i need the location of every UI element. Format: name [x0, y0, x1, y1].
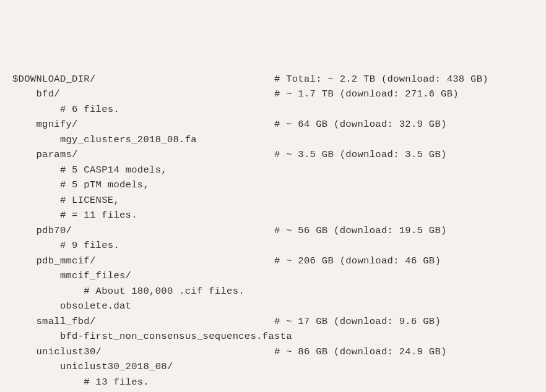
directory-tree-listing: $DOWNLOAD_DIR/ # Total: ~ 2.2 TB (downlo…: [12, 72, 534, 392]
tree-line: # 5 CASP14 models,: [12, 163, 534, 177]
tree-line: params/ # ~ 3.5 GB (download: 3.5 GB): [12, 147, 534, 162]
tree-line: uniref90/ # ~ 58 GB (download: 29.7 GB): [12, 390, 534, 392]
tree-line: pdb70/ # ~ 56 GB (download: 19.5 GB): [12, 223, 534, 238]
tree-line: uniclust30/ # ~ 86 GB (download: 24.9 GB…: [12, 344, 534, 359]
tree-line: # About 180,000 .cif files.: [12, 284, 534, 299]
tree-line: pdb_mmcif/ # ~ 206 GB (download: 46 GB): [12, 254, 534, 268]
tree-line: $DOWNLOAD_DIR/ # Total: ~ 2.2 TB (downlo…: [12, 72, 534, 87]
tree-line: bfd-first_non_consensus_sequences.fasta: [12, 329, 534, 344]
tree-line: # LICENSE,: [12, 193, 534, 208]
tree-line: # 13 files.: [12, 375, 534, 390]
tree-line: bfd/ # ~ 1.7 TB (download: 271.6 GB): [12, 87, 534, 101]
tree-line: mgy_clusters_2018_08.fa: [12, 132, 534, 147]
tree-line: obsolete.dat: [12, 299, 534, 313]
tree-line: # 6 files.: [12, 102, 534, 117]
tree-line: mmcif_files/: [12, 268, 534, 283]
tree-line: # = 11 files.: [12, 208, 534, 223]
tree-line: small_fbd/ # ~ 17 GB (download: 9.6 GB): [12, 314, 534, 329]
tree-line: # 9 files.: [12, 238, 534, 253]
tree-line: # 5 pTM models,: [12, 177, 534, 192]
tree-line: uniclust30_2018_08/: [12, 359, 534, 374]
tree-line: mgnify/ # ~ 64 GB (download: 32.9 GB): [12, 117, 534, 132]
